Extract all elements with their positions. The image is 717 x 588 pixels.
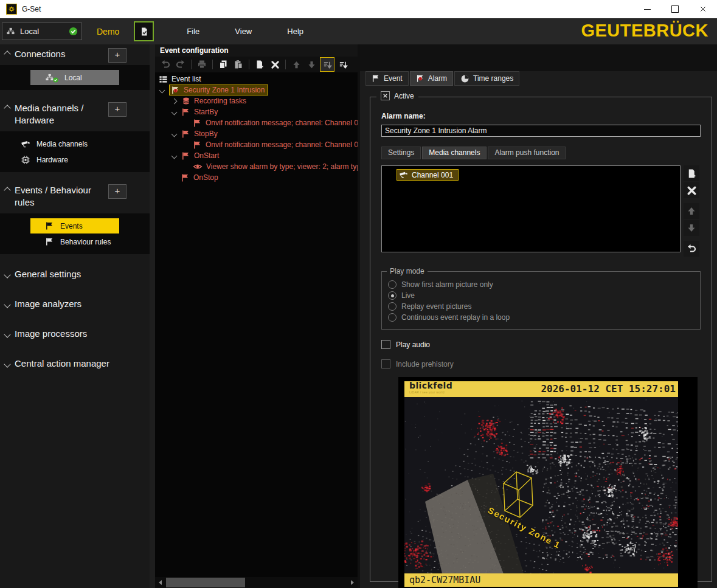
move-down-button[interactable] bbox=[305, 58, 318, 71]
scroll-right-button[interactable] bbox=[347, 577, 358, 588]
scrollbar-thumb[interactable] bbox=[166, 578, 245, 587]
alarm-name-input[interactable] bbox=[381, 125, 701, 137]
remove-channel-button[interactable] bbox=[684, 182, 699, 198]
vendor-logo: blickfeld bbox=[409, 382, 452, 389]
tree-node-onstart[interactable]: OnStart bbox=[155, 150, 358, 161]
sidebar-section-connections[interactable]: Connections + bbox=[0, 44, 150, 63]
channel-list-item[interactable]: Channel 001 bbox=[397, 169, 459, 181]
print-button[interactable] bbox=[195, 58, 209, 71]
sidebar-section-image-analyzers[interactable]: Image analyzers bbox=[0, 292, 150, 315]
radio-icon-selected bbox=[388, 291, 397, 300]
camera-icon bbox=[21, 139, 30, 149]
radio-show-first-alarm-picture[interactable]: Show first alarm picture only bbox=[388, 279, 694, 290]
tree-node-viewer-action[interactable]: Viewer show alarm by type; viewer: 2; al… bbox=[155, 161, 358, 172]
radio-replay-event-pictures[interactable]: Replay event pictures bbox=[388, 301, 694, 312]
expand-chevron-icon[interactable] bbox=[171, 153, 178, 159]
paste-button[interactable] bbox=[232, 58, 245, 71]
menu-bar: File View Help bbox=[183, 24, 307, 38]
sidebar-section-image-processors[interactable]: Image processors bbox=[0, 322, 150, 345]
tree-node-onstop[interactable]: OnStop bbox=[155, 172, 358, 183]
tab-time-ranges[interactable]: Time ranges bbox=[454, 71, 519, 86]
subtab-alarm-push-function[interactable]: Alarm push function bbox=[488, 147, 566, 159]
sidebar-item-label: Events bbox=[60, 222, 83, 230]
menu-file[interactable]: File bbox=[183, 24, 203, 38]
copy-button[interactable] bbox=[216, 58, 230, 71]
add-connection-button[interactable]: + bbox=[108, 48, 126, 63]
close-button[interactable] bbox=[689, 0, 717, 18]
tree-node-recording-tasks[interactable]: Recording tasks bbox=[155, 95, 358, 106]
arrow-down-icon bbox=[687, 223, 696, 233]
sort-descending-active-button[interactable] bbox=[320, 57, 334, 72]
tree-node-startby[interactable]: StartBy bbox=[155, 106, 358, 117]
radio-live[interactable]: Live bbox=[388, 290, 694, 301]
sidebar-section-general-settings[interactable]: General settings bbox=[0, 263, 150, 285]
tree-node-onvif-stop[interactable]: Onvif notification message; channel: Cha… bbox=[155, 139, 358, 150]
menu-help[interactable]: Help bbox=[283, 24, 307, 38]
expand-chevron-icon[interactable] bbox=[159, 87, 165, 93]
redo-button[interactable] bbox=[174, 58, 187, 71]
scroll-left-button[interactable] bbox=[155, 577, 165, 588]
tree-node-onvif-start[interactable]: Onvif notification message; channel: Cha… bbox=[155, 117, 358, 128]
alarm-flag-icon bbox=[416, 74, 424, 83]
include-prehistory-row[interactable]: Include prehistory bbox=[381, 359, 701, 368]
sidebar-section-media-hardware[interactable]: Media channels / Hardware + bbox=[0, 99, 150, 129]
menu-view[interactable]: View bbox=[231, 24, 255, 38]
section-label: Media channels / Hardware bbox=[15, 102, 106, 126]
channel-move-down-button[interactable] bbox=[684, 220, 699, 236]
flag-icon bbox=[45, 237, 54, 246]
expand-chevron-icon[interactable] bbox=[171, 109, 178, 115]
connection-selector[interactable]: Local bbox=[2, 22, 82, 40]
panel-top-strip bbox=[360, 44, 717, 71]
list-icon bbox=[159, 75, 168, 84]
tree-node-label: Event list bbox=[171, 75, 201, 83]
radio-icon bbox=[388, 302, 397, 311]
preview-timestamp: 2026-01-12 CET 15:27:01 bbox=[541, 383, 676, 395]
sort-descending-button[interactable] bbox=[336, 58, 350, 71]
play-audio-row[interactable]: Play audio bbox=[381, 340, 701, 349]
tab-event[interactable]: Event bbox=[365, 71, 409, 86]
flag-icon bbox=[181, 173, 190, 182]
undo-button[interactable] bbox=[159, 58, 172, 71]
app-icon bbox=[6, 4, 17, 15]
subtab-settings[interactable]: Settings bbox=[381, 147, 421, 159]
maximize-button[interactable] bbox=[661, 0, 689, 18]
play-audio-checkbox[interactable] bbox=[381, 340, 390, 349]
add-event-button[interactable]: + bbox=[108, 184, 126, 199]
sidebar-item-local[interactable]: Local bbox=[30, 70, 119, 85]
delete-button[interactable] bbox=[268, 58, 282, 71]
minimize-button[interactable] bbox=[633, 0, 661, 18]
channel-undo-button[interactable] bbox=[684, 241, 699, 257]
expand-chevron-icon[interactable] bbox=[171, 131, 178, 137]
add-media-channel-button[interactable]: + bbox=[108, 102, 126, 117]
channel-label: Channel 001 bbox=[412, 171, 453, 179]
eye-icon bbox=[193, 162, 203, 171]
include-prehistory-checkbox[interactable] bbox=[381, 359, 390, 368]
scroll-right-icon bbox=[351, 580, 354, 585]
add-channel-button[interactable] bbox=[684, 165, 699, 181]
sidebar-item-behaviour-rules[interactable]: Behaviour rules bbox=[30, 234, 119, 249]
sidebar-item-events[interactable]: Events bbox=[30, 218, 119, 233]
flag-icon bbox=[193, 140, 202, 150]
media-channel-list[interactable]: Channel 001 bbox=[381, 165, 681, 252]
add-item-icon bbox=[687, 168, 697, 179]
expand-chevron-icon[interactable] bbox=[171, 98, 178, 104]
horizontal-scrollbar[interactable] bbox=[155, 577, 358, 588]
apply-configuration-button[interactable] bbox=[134, 21, 154, 41]
radio-continuous-event-replay[interactable]: Continuous event replay in a loop bbox=[388, 312, 694, 323]
tree-node-stopby[interactable]: StopBy bbox=[155, 128, 358, 139]
channel-move-up-button[interactable] bbox=[684, 203, 699, 219]
sidebar-item-media-channels[interactable]: Media channels bbox=[12, 136, 119, 151]
subtab-media-channels[interactable]: Media channels bbox=[422, 147, 487, 159]
event-configuration-panel: Event configuration Event list bbox=[155, 44, 358, 588]
sidebar-section-events-rules[interactable]: Events / Behaviour rules + bbox=[0, 181, 150, 211]
arrow-down-icon bbox=[307, 60, 316, 69]
tree-root-event-list[interactable]: Event list bbox=[155, 74, 358, 85]
tree-node-security-zone[interactable]: Security Zone 1 Intrusion bbox=[155, 85, 358, 95]
sidebar-item-hardware[interactable]: Hardware bbox=[12, 152, 119, 167]
active-checkbox[interactable] bbox=[381, 91, 390, 100]
add-item-button[interactable] bbox=[253, 58, 266, 71]
move-up-button[interactable] bbox=[289, 58, 303, 71]
camera-id: qb2-CW27MBIAU bbox=[409, 575, 480, 586]
sidebar-section-central-action-manager[interactable]: Central action manager bbox=[0, 352, 150, 375]
tab-alarm[interactable]: Alarm bbox=[410, 71, 453, 86]
